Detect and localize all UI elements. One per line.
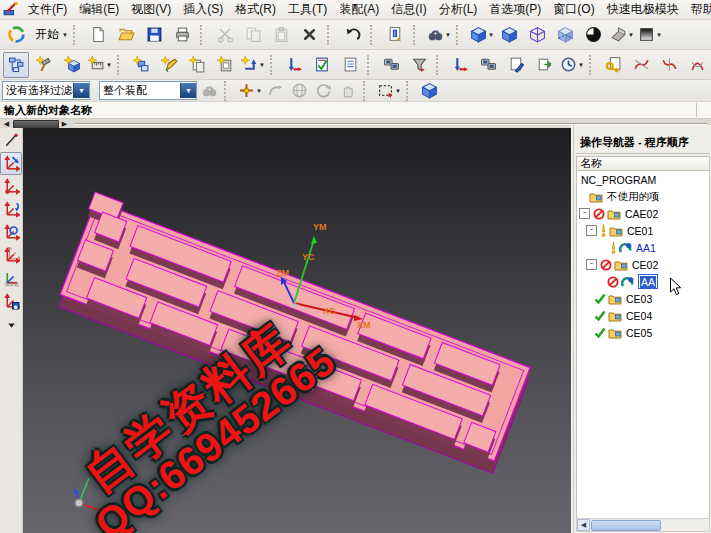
program-view-button[interactable] [3,52,29,78]
selection-scope-dropdown[interactable]: 整个装配 ▼ [99,81,197,100]
print-button[interactable] [170,22,196,48]
wireframe-view-button[interactable] [525,22,551,48]
translucent-view-button[interactable] [553,22,579,48]
find-object-button[interactable] [198,80,220,102]
wcs-dynamics-button[interactable] [0,152,22,175]
shop-docs-button[interactable] [503,52,529,78]
list-toolpath-button[interactable] [337,52,363,78]
marquee-select-button[interactable]: ▼ [376,80,402,102]
edit-operation-button[interactable] [156,52,182,78]
output-clsf-button[interactable] [447,52,473,78]
wcs-rotate-button[interactable] [0,198,22,221]
save-button[interactable] [142,22,168,48]
name-column-header[interactable]: 名称 [576,156,710,171]
menu-item-8[interactable]: 信息(I) [385,0,432,19]
cue-scroll-left-button[interactable]: ◀ [2,120,11,128]
timer-button[interactable] [289,80,311,102]
verify-toolpath-button[interactable] [309,52,335,78]
export-doc-button[interactable] [531,52,557,78]
scroll-left-button[interactable]: ◀ [577,519,590,531]
simulate-machine-button[interactable] [378,52,404,78]
new-file-button[interactable] [86,22,112,48]
copy-button[interactable] [241,22,267,48]
rename-input[interactable]: AA [638,274,658,289]
menu-item-1[interactable]: 文件(F) [22,0,73,19]
rail-overflow-button[interactable] [0,313,22,336]
wcs-origin-button[interactable] [0,175,22,198]
expander-minus[interactable]: - [586,259,597,270]
tree-row-3[interactable]: -CE01 [577,222,709,239]
menu-item-5[interactable]: 格式(R) [229,0,282,19]
start-button[interactable]: 开始▼ [31,22,69,48]
join-curve-button[interactable] [684,52,710,78]
menu-item-12[interactable]: 快速电极模块 [601,0,685,19]
trim-curve-button[interactable] [628,52,654,78]
display-mode-button[interactable]: ▼ [469,22,495,48]
tree-row-6[interactable]: AA [577,273,709,290]
line-tool-button[interactable] [0,129,22,152]
post-process-button[interactable] [406,52,432,78]
tree-row-7[interactable]: CE03 [577,290,709,307]
menu-item-13[interactable]: 帮助(H) [685,0,711,19]
wcs-orient-button[interactable] [0,221,22,244]
divide-curve-button[interactable] [656,52,682,78]
tree-row-2[interactable]: -CAE02 [577,205,709,222]
menu-item-3[interactable]: 视图(V) [125,0,177,19]
open-file-button[interactable] [114,22,140,48]
monitors-icon [480,56,497,73]
dropdown-arrow-icon[interactable]: ▼ [73,83,89,98]
render-style-button[interactable] [581,22,607,48]
snap-point-button[interactable]: ▼ [237,80,263,102]
cue-scroll-right-button[interactable]: ▶ [60,120,69,128]
menu-item-11[interactable]: 窗口(O) [547,0,600,19]
expander-minus[interactable]: - [586,225,597,236]
tree-row-5[interactable]: -CE02 [577,256,709,273]
create-operation-button[interactable] [128,52,154,78]
operation-icon [619,242,632,254]
scroll-thumb[interactable] [591,520,661,531]
create-tool-button[interactable] [31,52,57,78]
transform-operation-button[interactable]: ▼ [240,52,266,78]
pan-select-button[interactable] [337,80,359,102]
menu-item-9[interactable]: 分析(L) [433,0,484,19]
create-geometry-button[interactable] [59,52,85,78]
section-view-button[interactable]: ▼ [609,22,635,48]
generate-toolpath-button[interactable] [281,52,307,78]
tree-row-1[interactable]: 不使用的项 [577,188,709,205]
copy-operation-button[interactable] [184,52,210,78]
undo-button[interactable] [340,22,366,48]
license-key-button[interactable] [600,52,626,78]
menu-item-2[interactable]: 编辑(E) [73,0,125,19]
menu-item-7[interactable]: 装配(A) [333,0,385,19]
delete-button[interactable] [297,22,323,48]
wcs-display-button[interactable]: (0,0,0) [0,267,22,290]
tree-row-0[interactable]: NC_PROGRAM [577,171,709,188]
create-method-button[interactable]: ▼ [87,52,113,78]
selection-filter-dropdown[interactable]: 没有选择过滤器 ▼ [2,81,90,100]
recall-selection-button[interactable] [265,80,287,102]
background-button[interactable]: ▼ [637,22,663,48]
dropdown-arrow-icon[interactable]: ▼ [180,83,196,98]
wcs-set-button[interactable] [0,244,22,267]
export-info-button[interactable]: i [383,22,409,48]
graphics-viewport[interactable]: YM YC ZM XC XM X 自学资料库 QQ:669452665 [23,128,571,533]
paste-button[interactable] [269,22,295,48]
rotate-select-button[interactable] [313,80,335,102]
menu-item-4[interactable]: 插入(S) [177,0,229,19]
solid-select-button[interactable] [419,80,441,102]
machine-sim-button[interactable] [475,52,501,78]
tree-row-4[interactable]: AA1 [577,239,709,256]
tree-row-9[interactable]: CE05 [577,324,709,341]
menu-item-10[interactable]: 首选项(P) [483,0,547,19]
menu-item-6[interactable]: 工具(T) [282,0,333,19]
find-component-button[interactable]: ▼ [426,22,452,48]
paste-operation-button[interactable] [212,52,238,78]
tree-row-8[interactable]: CE04 [577,307,709,324]
cut-button[interactable] [213,22,239,48]
prompt-text: 输入新的对象名称 [4,103,92,118]
wcs-save-button[interactable] [0,290,22,313]
toolpath-report-button[interactable]: ▼ [559,52,585,78]
nx-logo-button[interactable] [3,22,29,48]
shaded-view-button[interactable] [497,22,523,48]
expander-minus[interactable]: - [579,208,590,219]
